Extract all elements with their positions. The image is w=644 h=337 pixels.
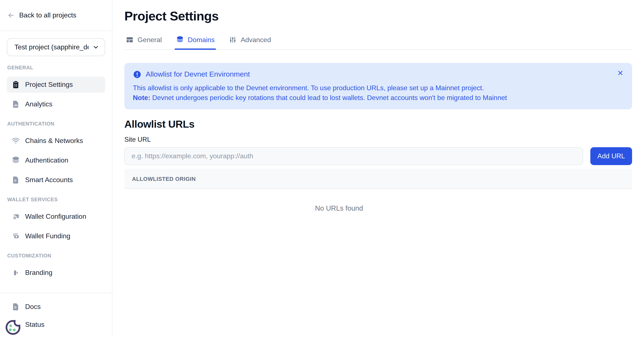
allowlist-table: ALLOWLISTED ORIGIN No URLs found	[124, 169, 632, 227]
sidebar-item-wallet-funding[interactable]: Wallet Funding	[7, 228, 105, 244]
cookie-icon[interactable]	[4, 319, 22, 336]
project-selector[interactable]: Test project (sapphire_de	[7, 38, 105, 56]
document-icon	[12, 176, 20, 184]
site-url-input[interactable]	[124, 147, 583, 165]
app-window: Back to all projects Test project (sapph…	[0, 0, 644, 337]
sidebar-item-label: Status	[25, 321, 44, 329]
allowlist-table-header: ALLOWLISTED ORIGIN	[124, 169, 632, 189]
sidebar-item-label: Authentication	[25, 157, 68, 164]
tab-label: Advanced	[241, 36, 271, 44]
site-url-label: Site URL	[124, 136, 632, 143]
wifi-icon	[12, 137, 20, 145]
banner-body: This allowlist is only applicable to the…	[133, 83, 624, 102]
database-icon	[176, 36, 184, 44]
tab-label: General	[138, 36, 162, 44]
nav-section-label: CUSTOMIZATION	[7, 253, 105, 259]
main-content: Project Settings General Domains Advance…	[112, 0, 644, 337]
clipboard-icon	[12, 80, 20, 89]
tab-domains[interactable]: Domains	[175, 33, 216, 49]
sidebar-item-label: Smart Accounts	[25, 176, 73, 184]
empty-state: No URLs found	[124, 189, 632, 227]
info-circle-icon	[133, 70, 142, 79]
nav-section-label: WALLET SERVICES	[7, 197, 105, 203]
sidebar-item-docs[interactable]: Docs	[7, 299, 105, 315]
sidebar-item-label: Docs	[25, 303, 41, 311]
tab-advanced[interactable]: Advanced	[228, 33, 272, 49]
back-to-projects-link[interactable]: Back to all projects	[0, 0, 112, 31]
branding-icon	[12, 269, 20, 277]
sidebar: Back to all projects Test project (sapph…	[0, 0, 112, 337]
sliders-icon	[229, 36, 237, 44]
tab-general[interactable]: General	[124, 33, 163, 49]
chevron-down-icon	[92, 44, 99, 51]
nav-section-label: GENERAL	[7, 65, 105, 71]
sidebar-item-label: Chains & Networks	[25, 137, 83, 145]
banner-note-text: Devnet undergoes periodic key rotations …	[150, 94, 507, 101]
allowlist-urls-heading: Allowlist URLs	[124, 118, 632, 130]
add-url-button[interactable]: Add URL	[590, 147, 632, 165]
empty-state-text: No URLs found	[315, 204, 363, 212]
document-icon	[12, 303, 20, 311]
page-title: Project Settings	[124, 8, 632, 24]
sidebar-item-branding[interactable]: Branding	[7, 265, 105, 278]
close-icon[interactable]	[617, 70, 624, 76]
sidebar-item-smart-accounts[interactable]: Smart Accounts	[7, 172, 105, 188]
nav-section-general: GENERAL Project Settings Analytics	[7, 65, 105, 112]
tab-label: Domains	[188, 36, 215, 44]
banner-line-2: Note: Devnet undergoes periodic key rota…	[133, 93, 624, 102]
devnet-allowlist-banner: Allowlist for Devnet Environment This al…	[124, 63, 632, 109]
sidebar-nav: GENERAL Project Settings Analytics	[0, 56, 112, 278]
nav-section-wallet-services: WALLET SERVICES Wallet Configuration Wal…	[7, 197, 105, 244]
database-icon	[12, 156, 20, 165]
wallet-gear-icon	[12, 212, 20, 221]
tab-bar: General Domains Advanced	[124, 33, 632, 50]
url-input-row: Add URL	[124, 147, 632, 165]
banner-title: Allowlist for Devnet Environment	[146, 70, 250, 79]
chart-file-icon	[12, 100, 20, 108]
sidebar-item-authentication[interactable]: Authentication	[7, 152, 105, 168]
project-selector-value: Test project (sapphire_de	[14, 43, 88, 51]
allowlisted-origin-column-header: ALLOWLISTED ORIGIN	[132, 176, 196, 182]
sidebar-item-analytics[interactable]: Analytics	[7, 96, 105, 112]
banner-note-label: Note:	[133, 94, 150, 101]
sidebar-item-label: Wallet Configuration	[25, 213, 86, 220]
nav-section-label: AUTHENTICATION	[7, 121, 105, 127]
project-selector-wrap: Test project (sapphire_de	[0, 31, 112, 56]
back-arrow-icon	[7, 11, 15, 19]
sidebar-item-label: Wallet Funding	[25, 232, 70, 240]
nav-section-customization: CUSTOMIZATION Branding	[7, 253, 105, 278]
sidebar-item-label: Branding	[25, 269, 52, 277]
banner-line-1: This allowlist is only applicable to the…	[133, 83, 624, 93]
back-link-label: Back to all projects	[19, 11, 76, 19]
sidebar-item-label: Analytics	[25, 100, 52, 108]
sidebar-item-wallet-configuration[interactable]: Wallet Configuration	[7, 209, 105, 225]
wallet-funding-icon	[12, 232, 20, 240]
sidebar-item-chains-networks[interactable]: Chains & Networks	[7, 133, 105, 149]
table-cells-icon	[126, 36, 134, 44]
sidebar-item-project-settings[interactable]: Project Settings	[7, 77, 105, 93]
sidebar-item-label: Project Settings	[25, 81, 73, 88]
nav-section-authentication: AUTHENTICATION Chains & Networks Authent…	[7, 121, 105, 188]
